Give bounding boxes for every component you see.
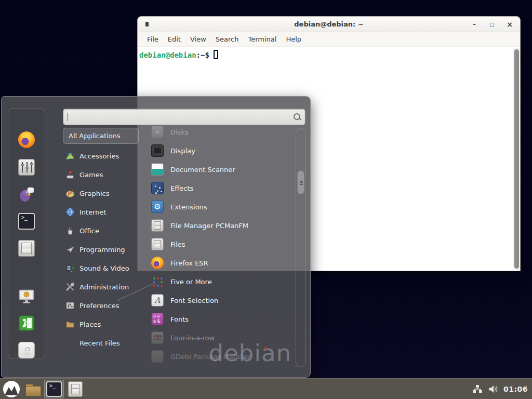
administration-icon (65, 282, 75, 291)
category-programming[interactable]: Programming (63, 240, 139, 259)
category-accessories[interactable]: Accessories (63, 147, 139, 165)
categories-column: All Applications Accessories Games Graph… (63, 128, 139, 352)
category-sound-video[interactable]: ♪ Sound & Video (63, 259, 139, 277)
programming-icon (65, 245, 75, 254)
app-four-in-a-row[interactable]: Four-in-a-row (151, 328, 296, 347)
app-effects[interactable]: Effects (151, 179, 296, 197)
taskbar-terminal-button[interactable] (44, 380, 64, 398)
document-scanner-icon (151, 163, 164, 176)
minimize-icon[interactable]: – (469, 19, 480, 30)
taskbar-clock[interactable]: 01:06 (503, 385, 528, 393)
graphics-icon (65, 189, 75, 198)
category-internet[interactable]: Internet (63, 203, 139, 221)
menu-scrollbar-thumb[interactable] (297, 170, 304, 194)
category-graphics[interactable]: Graphics (63, 184, 139, 203)
applications-column: Disks Display Document Scanner Effects E… (151, 123, 296, 366)
prompt-user-host: debian@debian (139, 51, 196, 59)
search-icon (293, 113, 301, 121)
app-file-manager-pcmanfm[interactable]: File Manager PCManFM (151, 216, 296, 235)
favorites-panel: ? (8, 108, 45, 359)
network-icon[interactable] (472, 384, 483, 394)
display-icon (151, 144, 164, 157)
terminal-app-icon (145, 22, 149, 26)
taskbar: 01:06 (0, 378, 532, 399)
app-disks[interactable]: Disks (151, 123, 296, 141)
taskbar-file-manager-button[interactable] (23, 380, 43, 398)
category-places[interactable]: Places (63, 315, 139, 334)
search-caret (68, 113, 68, 121)
places-icon (65, 320, 75, 329)
category-all-applications[interactable]: All Applications (63, 128, 139, 144)
accessories-icon (65, 151, 75, 161)
taskbar-files-button[interactable] (65, 380, 85, 398)
session-log-out[interactable] (18, 314, 35, 332)
app-five-or-more[interactable]: Five or More (151, 272, 296, 291)
system-tray: 01:06 (472, 384, 532, 394)
terminal-title: debian@debian: ~ (138, 20, 520, 28)
favorite-pidgin[interactable] (18, 185, 35, 203)
category-administration[interactable]: Administration (63, 277, 139, 296)
application-menu: debian ? (1, 96, 311, 378)
sound-video-icon: ♪ (65, 263, 75, 273)
category-preferences[interactable]: Preferences (63, 296, 139, 315)
firefox-icon (151, 257, 164, 269)
scrollbar-grip (300, 181, 303, 182)
taskbar-menu-button[interactable] (2, 380, 21, 398)
app-fonts[interactable]: Fonts (151, 310, 296, 328)
app-files[interactable]: Files (151, 235, 296, 254)
svg-text:♪: ♪ (70, 266, 74, 273)
menu-scrollbar[interactable] (296, 128, 306, 367)
font-selection-icon (151, 294, 164, 307)
lock-screen-icon: ? (18, 288, 35, 304)
terminal-cursor (214, 50, 218, 59)
prompt-suffix: :~$ (196, 51, 209, 59)
pidgin-icon (18, 186, 35, 203)
favorite-terminal[interactable] (18, 212, 35, 230)
terminal-menubar: File Edit View Search Terminal Help (138, 32, 520, 47)
menu-view[interactable]: View (185, 34, 211, 45)
office-icon (65, 226, 75, 235)
file-cabinet-icon (18, 240, 35, 257)
menu-icon (3, 381, 20, 397)
app-gdebi-package-installer[interactable]: GDebi Package Installer (151, 347, 296, 366)
menu-file[interactable]: File (142, 34, 163, 45)
menu-help[interactable]: Help (281, 34, 306, 45)
menu-edit[interactable]: Edit (163, 34, 185, 45)
effects-icon (151, 182, 164, 194)
menu-terminal[interactable]: Terminal (243, 34, 281, 45)
terminal-icon (18, 213, 35, 230)
close-icon[interactable]: × (504, 19, 515, 30)
log-out-icon (18, 315, 35, 331)
category-games[interactable]: Games (63, 165, 139, 184)
firefox-icon (18, 131, 35, 148)
favorite-mixer[interactable] (18, 158, 35, 176)
app-extensions[interactable]: Extensions (151, 197, 296, 216)
terminal-scrollbar[interactable] (513, 48, 520, 271)
volume-icon[interactable] (488, 384, 498, 394)
app-document-scanner[interactable]: Document Scanner (151, 160, 296, 179)
file-cabinet-icon (151, 219, 164, 232)
terminal-titlebar[interactable]: debian@debian: ~ – □ × (138, 17, 520, 32)
favorite-files[interactable] (18, 240, 35, 257)
app-display[interactable]: Display (151, 141, 296, 160)
fonts-icon (151, 313, 164, 325)
preferences-icon (65, 301, 75, 310)
app-font-selection[interactable]: Font Selection (151, 291, 296, 310)
maximize-icon[interactable]: □ (487, 19, 497, 30)
session-lock-screen[interactable]: ? (18, 287, 35, 305)
app-firefox-esr[interactable]: Firefox ESR (151, 254, 296, 272)
five-or-more-icon (151, 275, 164, 288)
shutdown-icon (18, 342, 35, 358)
menu-search[interactable]: Search (211, 34, 244, 45)
mixer-icon (18, 159, 35, 176)
session-shutdown[interactable] (18, 341, 35, 359)
category-office[interactable]: Office (63, 221, 139, 240)
terminal-scrollbar-thumb[interactable] (514, 49, 519, 269)
favorite-firefox[interactable] (18, 131, 35, 149)
file-cabinet-icon (68, 381, 83, 397)
four-in-a-row-icon (151, 331, 164, 344)
internet-icon (65, 207, 75, 217)
folder-icon (24, 381, 41, 397)
svg-text:?: ? (25, 293, 28, 297)
category-recent-files[interactable]: Recent Files (63, 334, 139, 352)
